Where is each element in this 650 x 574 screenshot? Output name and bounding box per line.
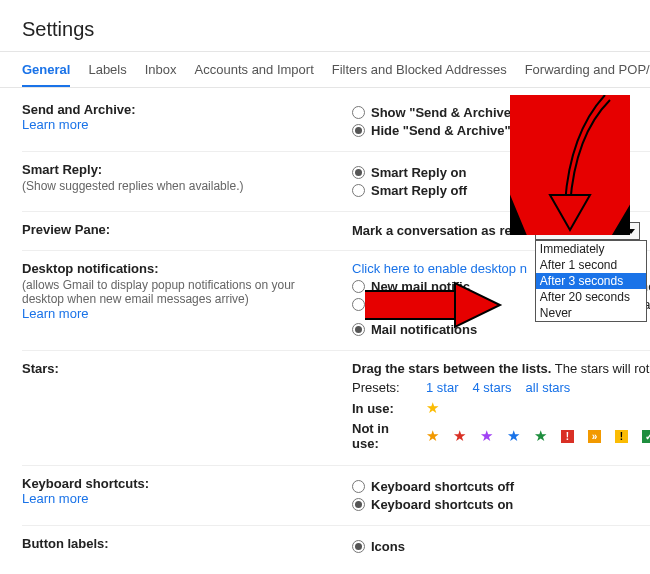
keyboard-on-radio[interactable]: Keyboard shortcuts on <box>352 497 650 512</box>
send-archive-label: Send and Archive: <box>22 102 332 117</box>
radio-icon <box>352 280 365 293</box>
tab-inbox[interactable]: Inbox <box>145 62 177 87</box>
important-mail-text: Import <box>371 297 411 312</box>
stars-rotate-text: The stars will rotate in the o <box>555 361 650 376</box>
section-button-labels: Button labels: Icons <box>22 526 650 567</box>
section-stars: Stars: Drag the stars between the lists.… <box>22 351 650 466</box>
presets-label: Presets: <box>352 380 412 395</box>
stars-label: Stars: <box>22 361 332 376</box>
dropdown-item-3sec[interactable]: After 3 seconds <box>536 273 646 289</box>
keyboard-on-text: Keyboard shortcuts on <box>371 497 513 512</box>
smart-reply-on-radio[interactable]: Smart Reply on <box>352 165 650 180</box>
star-icon-orange[interactable]: ★ <box>426 427 439 445</box>
radio-icon <box>352 540 365 553</box>
preset-allstars[interactable]: all stars <box>526 380 571 395</box>
inuse-label: In use: <box>352 401 412 416</box>
radio-icon <box>352 480 365 493</box>
mail-off-radio[interactable]: Mail notifications <box>352 322 650 337</box>
dropdown-item-20sec[interactable]: After 20 seconds <box>536 289 646 305</box>
preset-1star[interactable]: 1 star <box>426 380 459 395</box>
keyboard-learn-link[interactable]: Learn more <box>22 491 332 506</box>
mark-read-dropdown[interactable]: After 3 seconds <box>535 222 640 240</box>
smart-reply-on-text: Smart Reply on <box>371 165 466 180</box>
settings-tabs: General Labels Inbox Accounts and Import… <box>0 52 650 87</box>
keyboard-label: Keyboard shortcuts: <box>22 476 332 491</box>
tab-general[interactable]: General <box>22 62 70 87</box>
radio-icon <box>352 166 365 179</box>
section-smart-reply: Smart Reply: (Show suggested replies whe… <box>22 152 650 212</box>
star-icon-green[interactable]: ★ <box>534 427 547 445</box>
page-title: Settings <box>0 0 650 51</box>
stars-drag-text: Drag the stars between the lists. <box>352 361 551 376</box>
keyboard-off-text: Keyboard shortcuts off <box>371 479 514 494</box>
label-icon-yellow-bang[interactable]: ! <box>615 430 628 443</box>
smart-reply-off-text: Smart Reply off <box>371 183 467 198</box>
tab-filters[interactable]: Filters and Blocked Addresses <box>332 62 507 87</box>
desktop-notifications-label: Desktop notifications: <box>22 261 332 276</box>
mail-off-text: Mail notifications <box>371 322 477 337</box>
dropdown-item-1sec[interactable]: After 1 second <box>536 257 646 273</box>
button-labels-icons-radio[interactable]: Icons <box>352 539 650 554</box>
smart-reply-off-radio[interactable]: Smart Reply off <box>352 183 650 198</box>
radio-icon <box>352 106 365 119</box>
preset-4stars[interactable]: 4 stars <box>473 380 512 395</box>
button-labels-label: Button labels: <box>22 536 332 551</box>
star-icon-red[interactable]: ★ <box>453 427 466 445</box>
preview-pane-label: Preview Pane: <box>22 222 332 237</box>
star-icon-yellow[interactable]: ★ <box>426 399 439 417</box>
keyboard-off-radio[interactable]: Keyboard shortcuts off <box>352 479 650 494</box>
label-icon-orange-arrows[interactable]: » <box>588 430 601 443</box>
send-archive-show-text: Show "Send & Archive" button in re <box>371 105 592 120</box>
star-icon-purple[interactable]: ★ <box>480 427 493 445</box>
label-icon-green-check[interactable]: ✓ <box>642 430 650 443</box>
dropdown-item-never[interactable]: Never <box>536 305 646 321</box>
desktop-notifications-learn-link[interactable]: Learn more <box>22 306 332 321</box>
radio-icon <box>352 124 365 137</box>
desktop-notifications-desc: (allows Gmail to display popup notificat… <box>22 278 322 306</box>
section-preview-pane: Preview Pane: Mark a conversation as rea… <box>22 212 650 251</box>
mark-read-label: Mark a conversation as read: <box>352 223 531 238</box>
radio-icon <box>352 498 365 511</box>
section-keyboard: Keyboard shortcuts: Learn more Keyboard … <box>22 466 650 526</box>
radio-icon <box>352 298 365 311</box>
label-icon-red-bang[interactable]: ! <box>561 430 574 443</box>
settings-content: Send and Archive: Learn more Show "Send … <box>0 88 650 567</box>
smart-reply-label: Smart Reply: <box>22 162 332 177</box>
send-archive-show-radio[interactable]: Show "Send & Archive" button in re <box>352 105 650 120</box>
send-archive-hide-text: Hide "Send & Archive" button in rep <box>371 123 594 138</box>
tab-labels[interactable]: Labels <box>88 62 126 87</box>
notuse-label: Not in use: <box>352 421 412 451</box>
send-archive-hide-radio[interactable]: Hide "Send & Archive" button in rep <box>352 123 650 138</box>
tab-accounts[interactable]: Accounts and Import <box>195 62 314 87</box>
section-send-archive: Send and Archive: Learn more Show "Send … <box>22 92 650 152</box>
smart-reply-desc: (Show suggested replies when available.) <box>22 179 322 193</box>
dropdown-item-immediately[interactable]: Immediately <box>536 241 646 257</box>
mark-read-dropdown-list: Immediately After 1 second After 3 secon… <box>535 240 647 322</box>
radio-icon <box>352 184 365 197</box>
button-labels-icons-text: Icons <box>371 539 405 554</box>
new-mail-text: New mail notific <box>371 279 470 294</box>
tab-forwarding[interactable]: Forwarding and POP/ <box>525 62 650 87</box>
star-icon-blue[interactable]: ★ <box>507 427 520 445</box>
enable-desktop-link[interactable]: Click here to enable desktop n <box>352 261 527 276</box>
radio-icon <box>352 323 365 336</box>
send-archive-learn-link[interactable]: Learn more <box>22 117 332 132</box>
